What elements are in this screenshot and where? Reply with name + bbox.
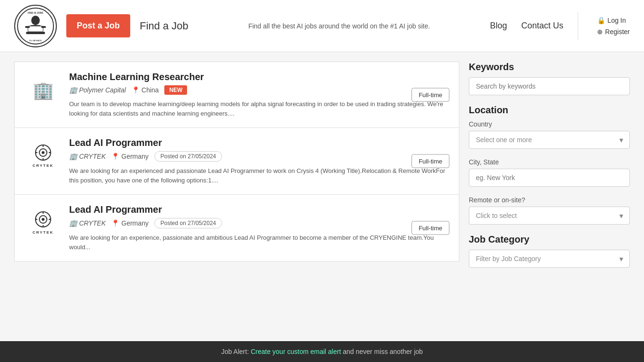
job-location: 📍 China <box>132 86 159 94</box>
job-card[interactable]: 🏢 Machine Learning Researcher 🏢 Polymer … <box>14 62 459 128</box>
building-icon: 🏢 <box>69 86 77 94</box>
job-content: Machine Learning Researcher 🏢 Polymer Ca… <box>69 72 449 118</box>
remote-label: Remote or on-site? <box>469 196 630 204</box>
contact-link[interactable]: Contact Us <box>521 21 564 31</box>
job-description: We are looking for an experience, passio… <box>69 233 449 252</box>
job-type-badge: Full-time <box>411 88 449 102</box>
header: FIND AI JOBS I'LL BE BACK Post a Job Fin… <box>0 0 644 52</box>
svg-text:I'LL BE BACK: I'LL BE BACK <box>29 39 42 42</box>
find-job-link[interactable]: Find a Job <box>140 20 188 32</box>
svg-rect-4 <box>28 26 43 32</box>
job-card[interactable]: CRYTEK Lead AI Programmer 🏢 CRYTEK 📍 Ger… <box>14 195 459 262</box>
job-meta: 🏢 CRYTEK 📍 Germany Posted on 27/05/2024 <box>69 218 449 228</box>
main-nav: Blog Contact Us <box>490 21 564 31</box>
job-description: Our team is to develop machine learning/… <box>69 100 449 118</box>
job-location: 📍 Germany <box>111 153 149 160</box>
job-category-select[interactable]: Filter by Job Category <box>469 250 630 268</box>
job-company: 🏢 Polymer Capital <box>69 86 126 94</box>
job-card[interactable]: CRYTEK Lead AI Programmer 🏢 CRYTEK 📍 Ger… <box>14 128 459 195</box>
header-tagline: Find all the best AI jobs around the wor… <box>198 22 481 30</box>
svg-text:CRYTEK: CRYTEK <box>33 230 54 235</box>
svg-point-18 <box>50 152 51 154</box>
svg-point-1 <box>31 16 40 25</box>
remote-section: Remote or on-site? Click to select <box>469 196 630 225</box>
svg-point-17 <box>36 152 37 154</box>
job-listings: 🏢 Machine Learning Researcher 🏢 Polymer … <box>14 62 459 268</box>
city-label: City, State <box>469 158 630 166</box>
company-logo: CRYTEK <box>24 137 62 175</box>
job-title: Machine Learning Researcher <box>69 72 449 82</box>
map-icon: 📍 <box>132 86 140 94</box>
job-category-section: Job Category Filter by Job Category <box>469 234 630 268</box>
keywords-section: Keywords <box>469 62 630 95</box>
svg-rect-6 <box>41 26 46 28</box>
job-meta: 🏢 CRYTEK 📍 Germany Posted on 27/05/2024 <box>69 151 449 162</box>
svg-text:FIND AI JOBS: FIND AI JOBS <box>28 11 44 14</box>
remote-select-wrap: Click to select <box>469 207 630 225</box>
company-logo: 🏢 <box>24 72 62 109</box>
site-logo[interactable]: FIND AI JOBS I'LL BE BACK <box>14 5 57 47</box>
plus-circle-icon: ⊕ <box>597 28 603 36</box>
sidebar: Keywords Location Country Select one or … <box>469 62 630 268</box>
date-badge: Posted on 27/05/2024 <box>154 151 222 162</box>
keywords-label: Keywords <box>469 62 630 72</box>
login-link[interactable]: 🔒 Log In <box>597 17 630 24</box>
job-location: 📍 Germany <box>111 219 149 227</box>
job-type-badge: Full-time <box>411 154 449 168</box>
city-input[interactable] <box>469 169 630 187</box>
svg-point-21 <box>42 218 45 221</box>
city-section: City, State <box>469 158 630 187</box>
job-company: 🏢 CRYTEK <box>69 219 106 227</box>
keywords-input[interactable] <box>469 77 630 95</box>
svg-point-27 <box>36 219 37 220</box>
location-section: Location Country Select one or more <box>469 105 630 149</box>
job-type-badge: Full-time <box>411 221 449 235</box>
remote-select[interactable]: Click to select <box>469 207 630 225</box>
job-description: We are looking for an experienced and pa… <box>69 166 449 185</box>
building-icon: 🏢 <box>69 219 77 227</box>
job-content: Lead AI Programmer 🏢 CRYTEK 📍 Germany Po… <box>69 137 449 185</box>
main-container: 🏢 Machine Learning Researcher 🏢 Polymer … <box>0 52 644 277</box>
map-icon: 📍 <box>111 219 119 227</box>
building-icon: 🏢 <box>69 153 77 160</box>
svg-text:CRYTEK: CRYTEK <box>33 163 54 168</box>
map-icon: 📍 <box>111 153 119 160</box>
job-category-select-wrap: Filter by Job Category <box>469 250 630 268</box>
job-meta: 🏢 Polymer Capital 📍 China NEW <box>69 85 449 95</box>
register-link[interactable]: ⊕ Register <box>597 28 630 36</box>
post-job-button[interactable]: Post a Job <box>66 14 130 37</box>
header-divider <box>578 12 578 40</box>
company-logo: CRYTEK <box>24 204 62 242</box>
new-badge: NEW <box>164 85 187 95</box>
job-title: Lead AI Programmer <box>69 137 449 148</box>
svg-point-28 <box>50 219 51 220</box>
location-label: Location <box>469 105 630 116</box>
date-badge: Posted on 27/05/2024 <box>154 218 222 228</box>
job-category-label: Job Category <box>469 234 630 245</box>
job-title: Lead AI Programmer <box>69 204 449 215</box>
lock-icon: 🔒 <box>597 17 605 24</box>
country-select-wrap: Select one or more <box>469 131 630 149</box>
job-content: Lead AI Programmer 🏢 CRYTEK 📍 Germany Po… <box>69 204 449 252</box>
svg-point-11 <box>42 151 45 154</box>
auth-links: 🔒 Log In ⊕ Register <box>592 17 630 36</box>
svg-rect-5 <box>25 26 30 28</box>
blog-link[interactable]: Blog <box>490 21 507 31</box>
country-select[interactable]: Select one or more <box>469 131 630 149</box>
country-label: Country <box>469 120 630 128</box>
job-company: 🏢 CRYTEK <box>69 153 106 160</box>
svg-rect-3 <box>26 32 45 34</box>
